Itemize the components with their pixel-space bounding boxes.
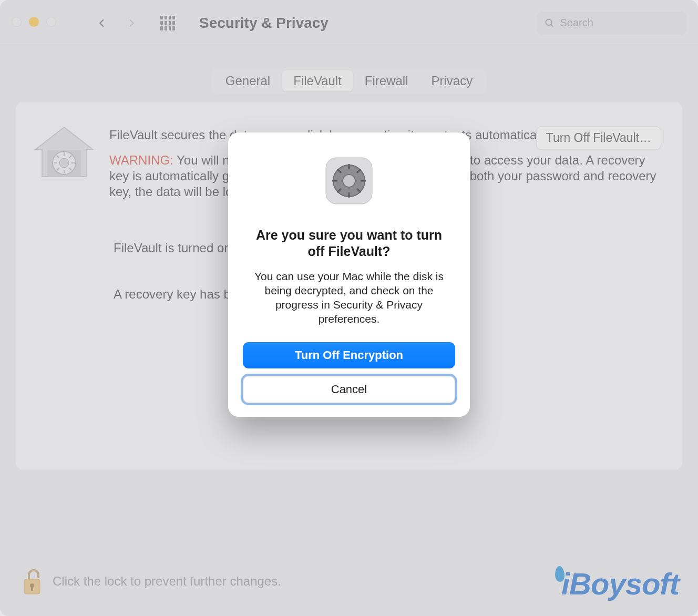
confirm-dialog: Are you sure you want to turn off FileVa… [228, 132, 470, 417]
svg-point-28 [343, 174, 355, 187]
system-preferences-icon [324, 156, 374, 206]
modal-container: Are you sure you want to turn off FileVa… [0, 0, 698, 616]
dialog-body: You can use your Mac while the disk is b… [248, 270, 450, 326]
cancel-button[interactable]: Cancel [243, 376, 455, 403]
turn-off-encryption-button[interactable]: Turn Off Encryption [243, 342, 455, 368]
dialog-heading: Are you sure you want to turn off FileVa… [250, 227, 448, 259]
